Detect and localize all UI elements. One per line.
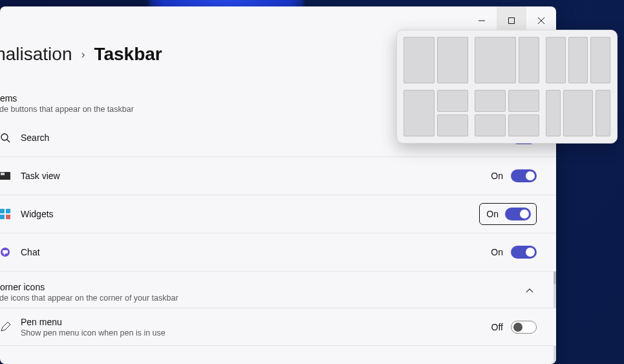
- row-chat: Chat On: [0, 233, 556, 272]
- snap-layout-50-25-25[interactable]: [403, 90, 468, 136]
- snap-cell: [546, 90, 561, 136]
- widgets-toggle[interactable]: [505, 208, 531, 220]
- snap-cell: [568, 37, 588, 83]
- snap-cell: [403, 90, 435, 136]
- svg-rect-11: [6, 215, 10, 219]
- svg-rect-9: [6, 209, 10, 213]
- snap-layout-50-50[interactable]: [403, 37, 468, 83]
- page-title: Taskbar: [94, 44, 162, 65]
- widgets-toggle-focus: On: [479, 203, 537, 225]
- row-sub: Show pen menu icon when pen is in use: [21, 328, 491, 337]
- chevron-up-icon: [525, 286, 534, 298]
- toggle-state-label: On: [486, 209, 499, 219]
- snap-layout-33-33-33[interactable]: [546, 37, 610, 83]
- section-subtitle: Show or hide buttons that appear on the …: [0, 105, 134, 114]
- section-title: Taskbar items: [0, 93, 134, 103]
- pen-menu-toggle[interactable]: [511, 321, 537, 334]
- snap-cell: [519, 37, 539, 83]
- snap-layout-quad[interactable]: [475, 90, 539, 136]
- svg-line-5: [7, 140, 10, 142]
- snap-cell: [437, 114, 468, 136]
- search-icon: [0, 133, 14, 143]
- widgets-icon: [0, 209, 14, 219]
- snap-cell: [475, 37, 516, 83]
- row-task-view: Task view On: [0, 157, 556, 195]
- snap-cell: [563, 90, 593, 136]
- row-pen-menu: Pen menu Show pen menu icon when pen is …: [0, 308, 556, 346]
- snap-cell: [546, 37, 566, 83]
- section-subtitle: Show or hide icons that appear on the co…: [0, 294, 178, 303]
- snap-cell: [437, 90, 468, 112]
- snap-cell: [475, 114, 506, 136]
- svg-rect-10: [0, 215, 5, 219]
- svg-rect-8: [0, 209, 5, 213]
- task-view-toggle[interactable]: [511, 169, 537, 182]
- svg-rect-7: [1, 173, 5, 175]
- snap-cell: [403, 37, 435, 83]
- snap-cell: [596, 90, 610, 136]
- snap-cell: [590, 37, 610, 83]
- snap-cell: [475, 90, 506, 112]
- snap-layouts-flyout: [396, 30, 618, 144]
- snap-cell: [508, 114, 539, 136]
- chat-icon: [0, 247, 14, 257]
- task-view-icon: [0, 172, 14, 180]
- chevron-right-icon: ›: [81, 48, 85, 61]
- section-title: Taskbar corner icons: [0, 282, 178, 292]
- section-corner-icons-header[interactable]: Taskbar corner icons Show or hide icons …: [0, 278, 556, 308]
- toggle-state-label: On: [491, 171, 503, 181]
- row-widgets: Widgets On: [0, 195, 556, 233]
- breadcrumb-parent[interactable]: Personalisation: [0, 44, 72, 65]
- row-label: Task view: [21, 171, 491, 181]
- snap-cell: [508, 90, 539, 112]
- pen-icon: [0, 322, 14, 332]
- snap-layout-25-50-25[interactable]: [546, 90, 610, 136]
- row-label: Widgets: [21, 209, 479, 219]
- svg-point-4: [1, 134, 8, 140]
- toggle-state-label: On: [491, 247, 503, 257]
- toggle-state-label: Off: [491, 322, 503, 332]
- snap-layout-70-30[interactable]: [475, 37, 539, 83]
- row-label: Chat: [21, 247, 491, 257]
- row-label: Pen menu: [21, 317, 491, 327]
- svg-rect-1: [509, 18, 515, 24]
- snap-cell: [437, 37, 468, 83]
- chat-toggle[interactable]: [511, 246, 537, 259]
- svg-rect-13: [3, 250, 8, 253]
